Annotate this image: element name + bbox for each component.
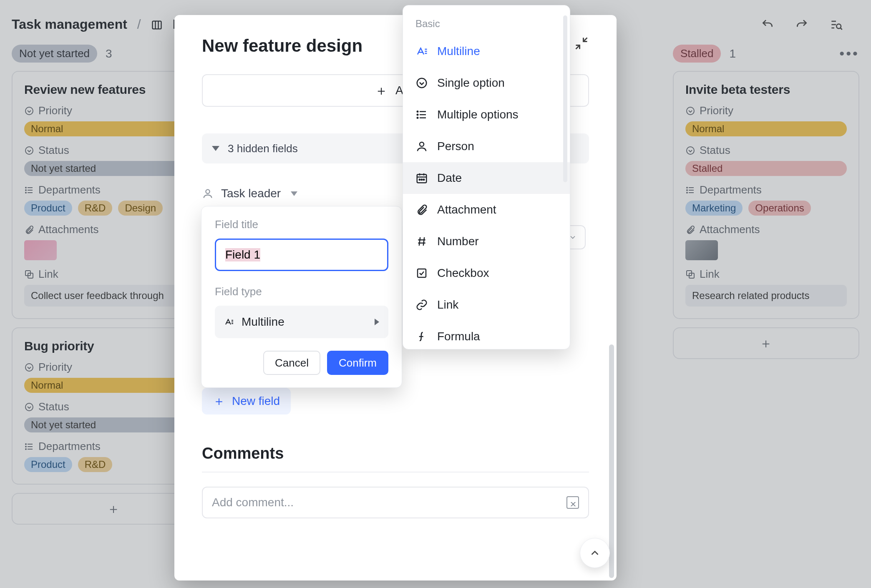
svg-point-54 (420, 142, 424, 146)
hidden-fields-label: 3 hidden fields (228, 142, 298, 155)
divider (202, 472, 589, 472)
svg-rect-66 (418, 269, 426, 277)
type-option-label: Attachment (437, 203, 496, 216)
new-field-label: New field (232, 395, 280, 408)
image-icon[interactable] (566, 496, 579, 509)
svg-point-61 (423, 179, 425, 181)
field-title-input[interactable] (215, 239, 388, 271)
svg-line-64 (419, 237, 420, 246)
comment-placeholder: Add comment... (212, 496, 294, 509)
type-option-label: Formula (437, 330, 480, 343)
type-option-label: Person (437, 140, 474, 153)
type-option-label: Multiline (437, 45, 480, 58)
field-type-select[interactable]: Multiline (215, 306, 388, 338)
list-icon (415, 108, 428, 121)
type-option-multiline[interactable]: Multiline (403, 35, 570, 67)
hash-icon (415, 235, 428, 248)
scroll-to-top-button[interactable] (580, 538, 610, 568)
type-option-label: Number (437, 235, 479, 248)
svg-point-47 (417, 78, 427, 88)
type-option-single-option[interactable]: Single option (403, 67, 570, 99)
svg-point-53 (417, 117, 418, 118)
field-label: Task leader (221, 187, 281, 200)
chevron-down-icon (291, 191, 297, 196)
multiline-icon (415, 45, 428, 58)
type-option-label: Multiple options (437, 108, 519, 121)
cancel-button[interactable]: Cancel (263, 351, 320, 375)
type-option-label: Single option (437, 76, 505, 90)
scrollbar[interactable] (563, 15, 567, 182)
chevron-circle-icon (415, 77, 428, 89)
multiline-icon (224, 317, 234, 327)
svg-line-65 (423, 237, 425, 246)
chevron-down-icon (212, 146, 219, 151)
svg-point-51 (417, 111, 418, 112)
type-option-label: Link (437, 298, 458, 312)
svg-point-59 (419, 179, 420, 181)
checkbox-icon (415, 267, 428, 279)
scrollbar[interactable] (609, 344, 614, 578)
calendar-icon (415, 172, 428, 184)
comment-input[interactable]: Add comment... (202, 487, 589, 518)
type-option-person[interactable]: Person (403, 131, 570, 162)
field-type-menu: Basic Multiline Single option Multiple o… (403, 5, 570, 349)
field-type-label: Field type (215, 285, 388, 298)
plus-icon: ＋ (213, 395, 225, 407)
menu-section-label: Basic (403, 16, 570, 35)
person-icon (202, 188, 214, 199)
link-icon (415, 299, 428, 311)
type-option-formula[interactable]: Formula (403, 321, 570, 352)
type-option-checkbox[interactable]: Checkbox (403, 257, 570, 289)
comments-heading: Comments (202, 445, 589, 462)
svg-point-38 (206, 190, 209, 193)
type-option-label: Checkbox (437, 266, 489, 280)
svg-point-60 (421, 179, 423, 181)
plus-icon: ＋ (375, 84, 388, 97)
collapse-icon[interactable] (574, 36, 589, 51)
attachment-icon (415, 204, 428, 216)
type-option-attachment[interactable]: Attachment (403, 194, 570, 226)
type-option-number[interactable]: Number (403, 226, 570, 257)
confirm-button[interactable]: Confirm (327, 351, 388, 375)
chevron-right-icon (375, 319, 379, 325)
field-title-label: Field title (215, 218, 388, 231)
new-field-popover: Field title Field type Multiline Cancel … (201, 206, 402, 388)
formula-icon (415, 330, 428, 343)
type-option-multiple-options[interactable]: Multiple options (403, 99, 570, 131)
type-option-date[interactable]: Date (403, 162, 570, 194)
person-icon (415, 140, 428, 153)
type-option-label: Date (437, 171, 462, 185)
new-field-button[interactable]: ＋ New field (202, 388, 291, 415)
svg-point-52 (417, 114, 418, 116)
type-option-link[interactable]: Link (403, 289, 570, 321)
field-type-value: Multiline (242, 315, 284, 329)
